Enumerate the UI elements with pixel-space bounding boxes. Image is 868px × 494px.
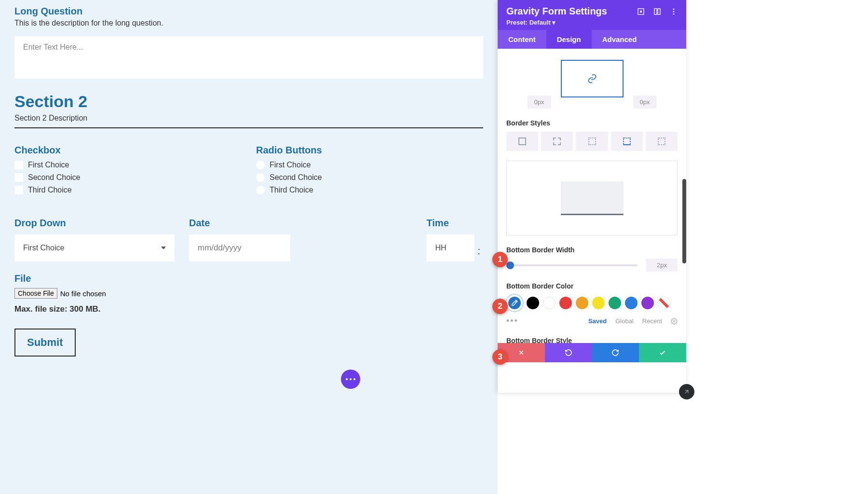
link-icon [587,74,597,83]
checkbox-choice-2[interactable]: Second Choice [14,173,242,182]
close-icon [518,349,525,356]
border-style-dotted[interactable] [576,132,608,151]
check-icon [659,349,666,357]
columns-icon[interactable] [653,8,661,15]
border-style-dashed[interactable] [541,132,573,151]
time-separator: : [477,234,480,257]
annotation-marker-3: 3 [492,349,508,365]
eyedropper-icon [511,299,518,307]
svg-rect-3 [658,9,660,14]
panel-preset[interactable]: Preset: Default ▾ [506,19,607,26]
fab-more-button[interactable] [341,370,360,389]
color-picker-button[interactable] [506,295,523,311]
date-field[interactable]: mm/dd/yyyy [189,234,290,261]
slider-thumb[interactable] [506,261,514,269]
panel-footer [498,343,686,362]
form-canvas: Long Question This is the description fo… [0,0,498,494]
annotation-marker-2: 2 [492,299,508,314]
swatch-red[interactable] [559,297,572,309]
color-swatches [506,295,678,311]
px-right[interactable]: 0px [633,96,657,109]
border-width-slider[interactable] [506,264,637,266]
svg-rect-2 [654,9,657,14]
border-preview-inner [561,181,624,215]
checkbox-choice-1[interactable]: First Choice [14,161,242,169]
panel-title: Gravity Form Settings [506,6,607,17]
file-hint: Max. file size: 300 MB. [14,304,483,314]
redo-icon [611,349,619,357]
choice-label: Third Choice [270,186,313,194]
radio-label: Radio Buttons [256,145,483,156]
panel-tabs: Content Design Advanced [498,30,686,49]
radio-icon [256,161,265,169]
radio-icon [256,186,265,194]
radio-choice-2[interactable]: Second Choice [256,173,483,182]
tab-content[interactable]: Content [498,30,546,49]
checkbox-icon [14,173,23,182]
more-vertical-icon[interactable] [670,8,678,15]
dropdown-field[interactable]: First Choice [14,234,175,261]
choice-label: First Choice [270,161,311,169]
chevron-down-icon [161,247,166,249]
date-label: Date [189,218,290,229]
bottom-border-color-label: Bottom Border Color [506,282,678,290]
svg-point-5 [673,11,675,13]
gear-icon[interactable] [671,318,678,325]
border-style-bottom-solid[interactable] [611,132,643,151]
choice-label: Second Choice [28,173,81,182]
long-question-desc: This is the description for the long que… [14,19,483,27]
checkbox-choice-3[interactable]: Third Choice [14,186,242,194]
radio-icon [256,173,265,182]
section-2-desc: Section 2 Description [14,114,483,123]
undo-icon [565,349,572,357]
swatch-black[interactable] [527,297,539,309]
border-styles-label: Border Styles [506,119,678,127]
expand-floating-button[interactable] [679,384,694,399]
file-choose-button[interactable]: Choose File [14,288,57,299]
choice-label: First Choice [28,161,69,169]
px-left[interactable]: 0px [528,96,551,109]
swatch-orange[interactable] [576,297,588,309]
bottom-border-style-label: Bottom Border Style [506,337,678,343]
radio-choice-3[interactable]: Third Choice [256,186,483,194]
scrollbar[interactable] [682,179,686,263]
svg-point-6 [673,14,675,15]
file-label: File [14,273,483,284]
long-question-input[interactable]: Enter Text Here... [14,36,483,79]
time-hh-field[interactable]: HH [426,234,475,261]
time-label: Time [426,218,483,229]
border-style-dotted2[interactable] [646,132,678,151]
redo-button[interactable] [592,343,639,362]
confirm-button[interactable] [639,343,686,362]
color-tab-saved[interactable]: Saved [588,317,607,325]
checkbox-label: Checkbox [14,145,242,156]
border-preview [506,161,678,235]
swatch-blue[interactable] [625,297,637,309]
border-width-value[interactable]: 2px [646,259,678,272]
annotation-marker-1: 1 [492,252,508,267]
expand-diagonal-icon [683,388,690,395]
dropdown-label: Drop Down [14,218,175,229]
border-style-solid-all[interactable] [506,132,538,151]
choice-label: Second Choice [270,173,322,182]
swatch-none[interactable] [658,297,670,309]
choice-label: Third Choice [28,186,72,194]
dot-icon [346,378,348,380]
tab-design[interactable]: Design [546,30,592,49]
undo-button[interactable] [545,343,592,362]
color-tab-recent[interactable]: Recent [642,317,662,325]
tab-advanced[interactable]: Advanced [592,30,648,49]
section-2-title: Section 2 [14,92,483,111]
svg-point-4 [673,9,675,10]
swatch-purple[interactable] [641,297,654,309]
link-preview-box[interactable] [561,60,624,97]
radio-choice-1[interactable]: First Choice [256,161,483,169]
swatch-yellow[interactable] [592,297,605,309]
swatch-green[interactable] [609,297,621,309]
swatch-white[interactable] [543,297,556,309]
color-tab-global[interactable]: Global [615,317,634,325]
more-dots-icon[interactable]: ••• [506,316,518,326]
long-question-title: Long Question [14,6,483,17]
expand-square-icon[interactable] [637,8,645,15]
submit-button[interactable]: Submit [14,329,76,357]
